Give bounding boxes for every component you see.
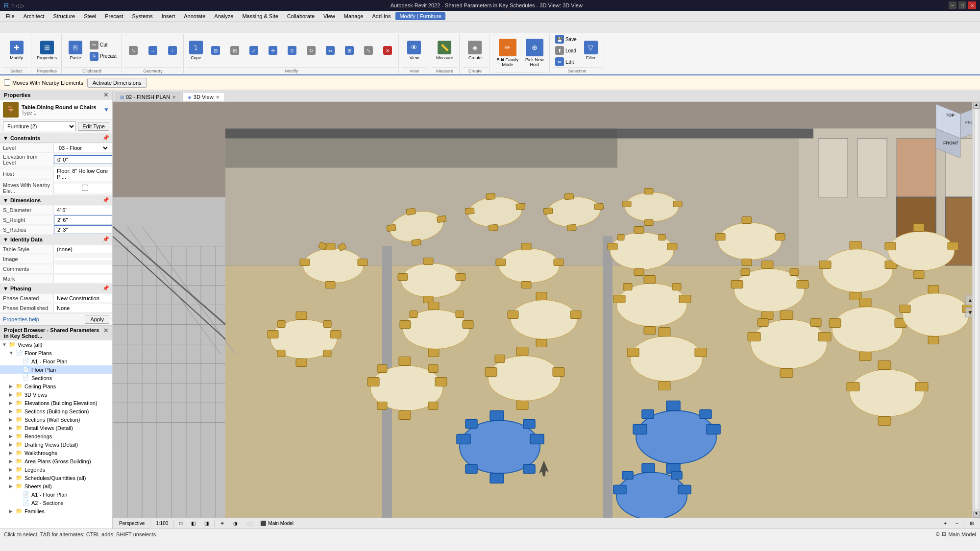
menu-massing[interactable]: Massing & Site <box>238 12 282 20</box>
menu-systems[interactable]: Systems <box>128 12 157 20</box>
mirror-btn[interactable]: ⇔ <box>321 37 339 64</box>
tree-item-3dviews[interactable]: ▶ 📁 3D Views <box>0 390 112 399</box>
cut-btn[interactable]: ✂ Cut <box>87 40 119 50</box>
dimensions-header[interactable]: ▼ Dimensions 📌 <box>0 195 112 205</box>
toggle-floorplans[interactable]: ▼ <box>9 350 16 356</box>
tree-item-detail-views[interactable]: ▶ 📁 Detail Views (Detail) <box>0 424 112 432</box>
edit-type-btn[interactable]: Edit Type <box>78 122 109 131</box>
radius-input[interactable] <box>57 227 109 233</box>
tab-finish-plan-close[interactable]: ✕ <box>172 95 176 100</box>
tab-3d-close[interactable]: ✕ <box>216 95 220 100</box>
pick-host-btn[interactable]: ⊕ Pick NewHost <box>523 36 546 70</box>
scroll-down-btn[interactable]: ▼ <box>973 511 980 518</box>
minimize-btn[interactable]: − <box>949 1 956 9</box>
toggle-schedules[interactable]: ▶ <box>9 475 16 480</box>
realistic-btn[interactable]: ◨ <box>201 520 212 527</box>
tree-item-legends[interactable]: ▶ 📁 Legends <box>0 465 112 474</box>
toggle-detail-views[interactable]: ▶ <box>9 425 16 431</box>
filter-btn[interactable]: ▽ Filter <box>580 34 602 67</box>
tab-3d-view[interactable]: ◈ 3D View ✕ <box>182 92 225 101</box>
hidden-line-btn[interactable]: □ <box>176 520 186 527</box>
tab-finish-plan[interactable]: ⊞ 02 - FINISH PLAN ✕ <box>115 92 181 101</box>
filter-edit-btn[interactable]: ✏ Edit <box>553 56 579 67</box>
toggle-areaplans[interactable]: ▶ <box>9 458 16 464</box>
toggle-walkthroughs[interactable]: ▶ <box>9 450 16 455</box>
cope-btn[interactable]: ⤵ Cope <box>187 37 205 64</box>
elevation-input[interactable] <box>57 157 109 163</box>
tree-item-areaplans[interactable]: ▶ 📁 Area Plans (Gross Building) <box>0 457 112 465</box>
menu-view[interactable]: View <box>319 12 339 20</box>
measure-btn[interactable]: 📏 Measure <box>434 37 456 64</box>
menu-manage[interactable]: Manage <box>340 12 368 20</box>
offset-btn[interactable]: ⤢ <box>245 37 263 64</box>
filter-save-btn[interactable]: 💾 Save <box>553 34 579 45</box>
zoom-out-btn[interactable]: − <box>952 520 962 527</box>
moves-with-checkbox[interactable]: Moves With Nearby Elements <box>4 79 83 86</box>
scroll-up-btn[interactable]: ▲ <box>973 102 980 109</box>
properties-help-link[interactable]: Properties help <box>3 316 39 322</box>
family-select[interactable]: Furniture (2) <box>3 121 76 131</box>
properties-close-btn[interactable]: ✕ <box>103 92 108 98</box>
toggle-legends[interactable]: ▶ <box>9 467 16 472</box>
copy-btn[interactable]: ⎘ Precast <box>87 51 119 62</box>
scale-btn-view[interactable]: 1:100 <box>152 520 172 527</box>
scroll-track[interactable] <box>974 110 979 510</box>
shadows-btn[interactable]: ◑ <box>230 520 241 527</box>
right-scrollbar[interactable]: ▲ ▼ <box>972 102 980 518</box>
scale-btn[interactable]: ⤡ <box>360 37 377 64</box>
level-select[interactable]: 03 - Floor <box>57 144 109 151</box>
move-btn[interactable]: ✛ <box>264 37 282 64</box>
tree-item-renderings[interactable]: ▶ 📁 Renderings <box>0 432 112 440</box>
comments-input[interactable] <box>57 266 109 272</box>
tree-item-schedules[interactable]: ▶ 📁 Schedules/Quantities (all) <box>0 474 112 482</box>
window-controls[interactable]: − □ ✕ <box>949 1 976 9</box>
create-btn[interactable]: ◈ Create <box>466 37 484 64</box>
zoom-in-btn[interactable]: + <box>940 520 950 527</box>
menu-annotate[interactable]: Annotate <box>180 12 209 20</box>
tree-item-sections-wall[interactable]: ▶ 📁 Sections (Wall Section) <box>0 415 112 424</box>
tree-item-02-finish[interactable]: 📄 Floor Plan <box>0 365 112 374</box>
tree-item-walkthroughs[interactable]: ▶ 📁 Walkthroughs <box>0 449 112 457</box>
properties-ribbon-btn[interactable]: ⊞ Properties <box>34 34 59 67</box>
tree-item-families[interactable]: ▶ 📁 Families <box>0 507 112 515</box>
mark-input[interactable] <box>57 276 109 282</box>
toggle-families[interactable]: ▶ <box>9 508 16 514</box>
toggle-views-all[interactable]: ▼ <box>2 342 9 347</box>
menu-insert[interactable]: Insert <box>158 12 179 20</box>
phasing-header[interactable]: ▼ Phasing 📌 <box>0 284 112 293</box>
copy-mod-btn[interactable]: ⎘ <box>283 37 301 64</box>
close-btn[interactable]: ✕ <box>968 1 976 9</box>
constraints-header[interactable]: ▼ Constraints 📌 <box>0 133 112 143</box>
tree-item-a1-floorplan[interactable]: 📄 A1 - Floor Plan <box>0 357 112 365</box>
toggle-sections-wall[interactable]: ▶ <box>9 417 16 422</box>
menu-analyze[interactable]: Analyze <box>210 12 237 20</box>
geom-btn1[interactable]: ⤡ <box>124 37 142 64</box>
split-btn[interactable]: ⊞ <box>226 37 244 64</box>
menu-file[interactable]: File <box>2 12 19 20</box>
tree-item-sections-bld[interactable]: ▶ 📁 Sections (Building Section) <box>0 407 112 415</box>
height-input[interactable] <box>57 217 109 223</box>
menu-structure[interactable]: Structure <box>49 12 79 20</box>
shaded-btn[interactable]: ◧ <box>188 520 199 527</box>
tree-item-a1-sheet[interactable]: 📄 A1 - Floor Plan <box>0 490 112 499</box>
toggle-sheets[interactable]: ▶ <box>9 483 16 489</box>
moves-prop-checkbox[interactable] <box>59 185 111 191</box>
region-btn[interactable]: ⬜ <box>243 520 256 527</box>
sun-btn[interactable]: ☀ <box>217 520 228 527</box>
paste-btn[interactable]: ⎘ Paste <box>65 34 86 67</box>
menu-addins[interactable]: Add-Ins <box>368 12 395 20</box>
menu-collaborate[interactable]: Collaborate <box>283 12 318 20</box>
filter-load-btn[interactable]: ⬆ Load <box>553 45 579 56</box>
maximize-btn[interactable]: □ <box>958 1 966 9</box>
element-arrow[interactable]: ▼ <box>103 106 109 113</box>
menu-precast[interactable]: Precast <box>101 12 127 20</box>
geom-btn3[interactable]: ↕ <box>164 37 181 64</box>
tree-item-a2-sheet[interactable]: 📄 A2 - Sections <box>0 499 112 507</box>
toggle-sections-bld[interactable]: ▶ <box>9 408 16 414</box>
toggle-drafting[interactable]: ▶ <box>9 442 16 447</box>
tree-item-ceiling[interactable]: ▶ 📁 Ceiling Plans <box>0 382 112 390</box>
tree-item-sections-fp[interactable]: 📄 Sections <box>0 374 112 382</box>
apply-btn[interactable]: Apply <box>85 315 109 324</box>
moves-checkbox-input[interactable] <box>4 79 10 86</box>
view-btn[interactable]: 👁 View <box>405 37 423 64</box>
